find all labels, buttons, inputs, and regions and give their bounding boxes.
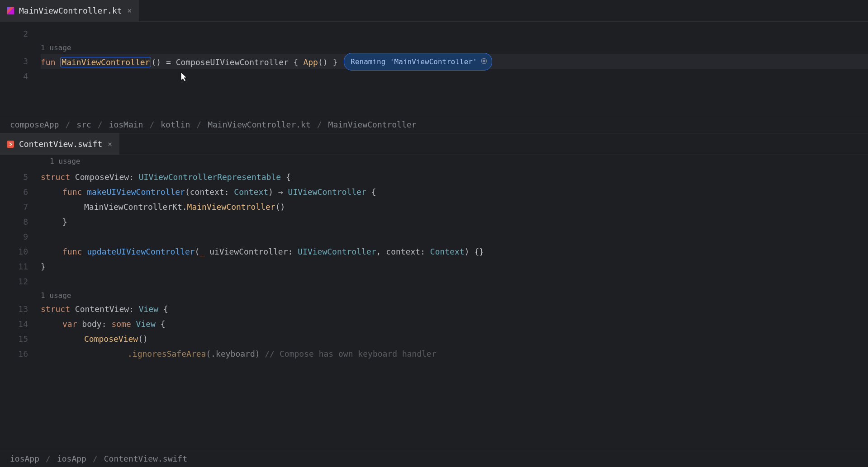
code-line[interactable]: ComposeView() [41,331,868,346]
breadcrumb-item[interactable]: kotlin [161,120,190,129]
code-line[interactable]: func makeUIViewController(context: Conte… [41,184,868,199]
rename-pill[interactable]: Renaming 'MainViewController' [344,53,492,71]
code-bottom[interactable]: struct ComposeView: UIViewControllerRepr… [41,170,868,450]
code-area-bottom[interactable]: 5 6 7 8 9 10 11 12 13 14 15 16 struct Co… [0,168,868,450]
tab-label: MainViewController.kt [19,6,122,15]
code-line[interactable]: struct ContentView: View { [41,302,868,316]
rename-selection[interactable]: MainViewController [60,57,151,67]
code-line[interactable] [41,229,868,244]
swift-icon [6,140,14,148]
svg-point-3 [483,60,485,62]
breadcrumb-item[interactable]: composeApp [10,120,59,129]
breadcrumb-item[interactable]: iosApp [57,454,86,463]
breadcrumb-item[interactable]: iosApp [10,454,39,463]
gear-icon[interactable] [481,54,487,69]
breadcrumb-item[interactable]: src [76,120,91,129]
usage-hint[interactable]: 1 usage [41,41,868,54]
breadcrumb-item[interactable]: MainViewController.kt [208,120,311,129]
code-line[interactable]: var body: some View { [41,316,868,331]
editor-pane-top: MainViewController.kt × 2 3 4 1 usage fu… [0,0,868,133]
code-line[interactable] [41,274,868,289]
tab-mainviewcontroller[interactable]: MainViewController.kt × [0,0,139,21]
code-line[interactable]: } [41,214,868,229]
svg-rect-4 [7,141,14,148]
usage-hint[interactable]: 1 usage [41,289,868,302]
breadcrumb-item[interactable]: ContentView.swift [104,454,187,463]
gutter-top: 2 3 4 [0,26,41,116]
tab-label: ContentView.swift [19,139,102,149]
close-icon[interactable]: × [127,5,133,16]
gutter-bottom: 5 6 7 8 9 10 11 12 13 14 15 16 [0,170,41,450]
code-area-top[interactable]: 2 3 4 1 usage fun MainViewController() =… [0,22,868,116]
code-line[interactable] [41,69,868,84]
usage-hint[interactable]: 1 usage [0,155,868,168]
code-line[interactable]: .ignoresSafeArea(.keyboard) // Compose h… [41,346,868,361]
code-line[interactable]: struct ComposeView: UIViewControllerRepr… [41,170,868,184]
breadcrumb-item[interactable]: iosMain [109,120,143,129]
code-line[interactable]: func updateUIViewController(_ uiViewCont… [41,244,868,259]
tab-contentview[interactable]: ContentView.swift × [0,133,119,155]
code-line-3[interactable]: fun MainViewController() = ComposeUIView… [41,54,868,69]
code-top[interactable]: 1 usage fun MainViewController() = Compo… [41,26,868,116]
close-icon[interactable]: × [107,139,113,149]
code-line[interactable] [41,26,868,41]
code-line[interactable]: MainViewControllerKt.MainViewController(… [41,199,868,214]
kotlin-icon [6,7,14,15]
code-line[interactable]: } [41,259,868,274]
breadcrumb-bottom[interactable]: iosApp/ iosApp/ ContentView.swift [0,450,868,467]
tab-bar-top: MainViewController.kt × [0,0,868,22]
tab-bar-bottom: ContentView.swift × [0,133,868,155]
editor-pane-bottom: ContentView.swift × 1 usage 5 6 7 8 9 10… [0,133,868,467]
breadcrumb-item[interactable]: MainViewController [328,120,417,129]
breadcrumb-top[interactable]: composeApp/ src/ iosMain/ kotlin/ MainVi… [0,116,868,133]
